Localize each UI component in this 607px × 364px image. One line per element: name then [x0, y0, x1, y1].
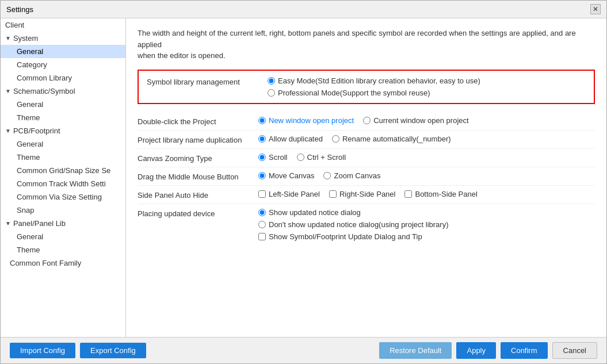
sidebar-label-common-library: Common Library	[17, 74, 72, 82]
import-config-button[interactable]: Import Config	[10, 343, 75, 358]
checkbox-left-side[interactable]: Left-Side Panel	[258, 190, 320, 198]
radio-easy-mode-input[interactable]	[268, 77, 275, 85]
sidebar-label-pcb-snap: Snap	[17, 206, 34, 214]
sidebar-item-pcb-via-size[interactable]: Common Via Size Setting	[1, 190, 125, 204]
settings-dialog: Settings ✕ Client ▼ System General Categ…	[0, 0, 607, 364]
project-library-row: Project library name duplication Allow d…	[138, 131, 595, 149]
radio-professional-mode[interactable]: Professional Mode(Support the symbol reu…	[268, 89, 480, 97]
radio-rename-auto[interactable]: Rename automatically(_number)	[332, 135, 451, 143]
radio-ctrl-scroll-label: Ctrl + Scroll	[307, 153, 346, 162]
sidebar-item-common-library[interactable]: Common Library	[1, 71, 125, 85]
radio-current-window-label: Current window open project	[373, 116, 468, 125]
sidebar-item-panel-theme[interactable]: Theme	[1, 243, 125, 256]
project-library-options: Allow duplicated Rename automatically(_n…	[258, 135, 451, 143]
radio-easy-mode-label: Easy Mode(Std Edition library creation b…	[278, 76, 480, 85]
sidebar-label-common-font: Common Font Family	[10, 259, 81, 267]
radio-new-window-input[interactable]	[258, 117, 266, 124]
radio-show-updated[interactable]: Show updated notice dialog	[258, 208, 449, 217]
arrow-pcb: ▼	[5, 128, 11, 134]
info-text-line1: The width and height of the current left…	[138, 29, 576, 49]
canvas-zooming-options: Scroll Ctrl + Scroll	[258, 153, 346, 162]
sidebar-label-sch-theme: Theme	[17, 113, 40, 122]
canvas-zooming-label: Canvas Zooming Type	[138, 153, 253, 163]
radio-new-window[interactable]: New window open project	[258, 116, 354, 125]
radio-ctrl-scroll-input[interactable]	[297, 154, 304, 161]
apply-button[interactable]: Apply	[456, 342, 496, 359]
sidebar-item-panel-general[interactable]: General	[1, 230, 125, 243]
symbol-library-options: Easy Mode(Std Edition library creation b…	[268, 76, 480, 97]
sidebar-item-category[interactable]: Category	[1, 58, 125, 71]
radio-move-canvas-input[interactable]	[258, 172, 266, 179]
main-content: The width and height of the current left…	[126, 18, 606, 337]
arrow-system: ▼	[5, 35, 11, 41]
sidebar-item-pcb-theme[interactable]: Theme	[1, 151, 125, 164]
dialog-body: Client ▼ System General Category Common …	[1, 18, 606, 337]
radio-professional-mode-label: Professional Mode(Support the symbol reu…	[278, 89, 430, 97]
symbol-library-label: Symbol library management	[147, 76, 262, 86]
sidebar-item-pcb[interactable]: ▼ PCB/Footprint	[1, 124, 125, 137]
sidebar-item-pcb-grid-snap[interactable]: Common Grid/Snap Size Se	[1, 164, 125, 177]
radio-scroll[interactable]: Scroll	[258, 153, 288, 162]
radio-current-window-input[interactable]	[363, 117, 371, 124]
sidebar-item-pcb-general[interactable]: General	[1, 137, 125, 151]
sidebar-item-system[interactable]: ▼ System	[1, 32, 125, 45]
placing-updated-row: Placing updated device Show updated noti…	[138, 204, 595, 245]
radio-dont-show-updated[interactable]: Don't show updated notice dialog(using p…	[258, 220, 449, 229]
sidebar-item-pcb-snap[interactable]: Snap	[1, 204, 125, 217]
radio-new-window-label: New window open project	[269, 116, 354, 125]
symbol-library-section: Symbol library management Easy Mode(Std …	[138, 70, 595, 104]
sidebar-item-sch-theme[interactable]: Theme	[1, 111, 125, 124]
close-button[interactable]: ✕	[590, 4, 601, 14]
sidebar-label-pcb-via-size: Common Via Size Setting	[17, 193, 102, 201]
radio-dont-show-updated-input[interactable]	[258, 221, 266, 228]
checkbox-bottom-side-input[interactable]	[404, 190, 412, 198]
radio-professional-mode-input[interactable]	[268, 89, 275, 97]
info-text-line2: when the editor is opened.	[138, 51, 226, 60]
restore-default-button[interactable]: Restore Default	[379, 342, 452, 359]
sidebar-item-client[interactable]: Client	[1, 18, 125, 32]
canvas-zooming-row: Canvas Zooming Type Scroll Ctrl + Scroll	[138, 149, 595, 167]
sidebar-label-panel: Panel/Panel Lib	[13, 219, 66, 228]
export-config-button[interactable]: Export Config	[80, 343, 146, 358]
cancel-button[interactable]: Cancel	[552, 342, 597, 359]
sidebar-item-schematic[interactable]: ▼ Schematic/Symbol	[1, 85, 125, 98]
radio-ctrl-scroll[interactable]: Ctrl + Scroll	[297, 153, 346, 162]
sidebar: Client ▼ System General Category Common …	[1, 18, 126, 337]
sidebar-item-general[interactable]: General	[1, 45, 125, 58]
radio-move-canvas[interactable]: Move Canvas	[258, 171, 314, 180]
side-panel-label: Side Panel Auto Hide	[138, 190, 253, 200]
checkbox-right-side-input[interactable]	[329, 190, 337, 198]
radio-allow-dup-input[interactable]	[258, 135, 266, 143]
radio-scroll-label: Scroll	[269, 153, 288, 162]
sidebar-label-schematic: Schematic/Symbol	[13, 87, 75, 95]
checkbox-left-side-input[interactable]	[258, 190, 266, 198]
placing-updated-options: Show updated notice dialog Don't show up…	[258, 208, 449, 241]
sidebar-item-pcb-track-width[interactable]: Common Track Width Setti	[1, 177, 125, 190]
project-library-label: Project library name duplication	[138, 135, 253, 144]
double-click-label: Double-click the Project	[138, 116, 253, 126]
checkbox-right-side[interactable]: Right-Side Panel	[329, 190, 396, 198]
sidebar-label-general: General	[17, 47, 43, 56]
side-panel-row: Side Panel Auto Hide Left-Side Panel Rig…	[138, 186, 595, 204]
radio-show-updated-input[interactable]	[258, 209, 266, 216]
radio-zoom-canvas[interactable]: Zoom Canvas	[323, 171, 380, 180]
sidebar-label-pcb-grid-snap: Common Grid/Snap Size Se	[17, 166, 110, 175]
sidebar-item-sch-general[interactable]: General	[1, 98, 125, 111]
radio-scroll-input[interactable]	[258, 154, 266, 161]
radio-rename-auto-input[interactable]	[332, 135, 339, 143]
checkbox-show-symbol-footprint-input[interactable]	[258, 233, 266, 240]
confirm-button[interactable]: Confirm	[501, 342, 548, 359]
radio-current-window[interactable]: Current window open project	[363, 116, 468, 125]
checkbox-bottom-side-label: Bottom-Side Panel	[415, 190, 477, 198]
info-text: The width and height of the current left…	[138, 28, 595, 62]
radio-easy-mode[interactable]: Easy Mode(Std Edition library creation b…	[268, 76, 480, 85]
radio-allow-dup[interactable]: Allow duplicated	[258, 135, 323, 143]
sidebar-item-common-font[interactable]: Common Font Family	[1, 256, 125, 270]
checkbox-show-symbol-footprint[interactable]: Show Symbol/Footprint Update Dialog and …	[258, 232, 449, 241]
side-panel-options: Left-Side Panel Right-Side Panel Bottom-…	[258, 190, 478, 198]
radio-zoom-canvas-input[interactable]	[323, 172, 331, 179]
footer-right: Restore Default Apply Confirm Cancel	[379, 342, 597, 359]
sidebar-item-panel[interactable]: ▼ Panel/Panel Lib	[1, 217, 125, 230]
title-bar: Settings ✕	[1, 1, 606, 18]
checkbox-bottom-side[interactable]: Bottom-Side Panel	[404, 190, 477, 198]
